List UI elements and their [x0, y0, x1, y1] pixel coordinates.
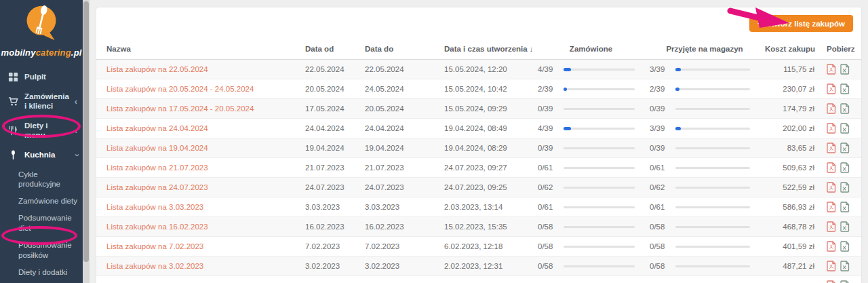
table-row: Lista zakupów na 17.05.2024 - 20.05.2024…	[96, 99, 861, 119]
sort-desc-icon: ↓	[530, 45, 534, 53]
ordered-progress: 4/39	[538, 124, 644, 132]
sidebar-item-cykle-produkcyjne[interactable]: Cykle produkcyjne	[0, 166, 83, 193]
shopping-list-link[interactable]: Lista zakupów na 20.05.2024 - 24.05.2024	[106, 85, 254, 93]
sidebar-item-pulpit[interactable]: Pulpit	[0, 67, 83, 87]
pdf-file-icon	[827, 64, 836, 75]
sidebar-item-zamowione-diety[interactable]: Zamówione diety	[0, 193, 83, 210]
shopping-list-link[interactable]: Lista zakupów na 17.05.2024 - 20.05.2024	[106, 105, 254, 113]
xls-file-icon	[840, 123, 850, 134]
pdf-file-icon	[827, 103, 836, 114]
progress-fill	[675, 127, 681, 130]
download-pdf-button[interactable]	[827, 162, 836, 173]
shopping-list-link[interactable]: Lista zakupów na 3.03.2023	[106, 203, 203, 211]
table-row: Lista zakupów na 22.05.2024 22.05.2024 2…	[96, 60, 861, 79]
xls-file-icon	[840, 162, 850, 173]
sidebar-item-diety-i-dodatki[interactable]: Diety i dodatki	[0, 264, 83, 281]
download-pdf-button[interactable]	[827, 221, 836, 232]
progress-track	[564, 167, 635, 169]
download-xls-button[interactable]	[840, 64, 850, 75]
column-header-przyjete[interactable]: Przyjęte na magazyn	[644, 39, 760, 60]
download-xls-button[interactable]	[840, 261, 850, 271]
ordered-fraction: 0/61	[538, 164, 558, 172]
date-from-cell: 16.02.2023	[300, 217, 359, 237]
created-cell: 15.02.2023, 15:35	[431, 217, 532, 237]
cost-cell: 174,79 zł	[760, 99, 824, 119]
sidebar-item-diety[interactable]: Diety i menu ‹	[0, 116, 83, 145]
received-fraction: 0/58	[650, 242, 670, 250]
download-pdf-button[interactable]	[827, 202, 836, 212]
shopping-list-link[interactable]: Lista zakupów na 21.07.2023	[106, 164, 208, 172]
sidebar-item-podsumowanie-posilkow[interactable]: Podsumowanie posiłków	[0, 237, 83, 264]
date-to-cell: 26.01.2023	[359, 276, 431, 283]
download-pdf-button[interactable]	[827, 123, 836, 134]
sidebar-scrollbar-thumb[interactable]	[83, 1, 89, 262]
brand-text: mobilnycatering.pl	[0, 48, 83, 58]
download-xls-button[interactable]	[840, 182, 850, 193]
received-progress: 0/58	[650, 223, 760, 231]
toolbar: + Utwórz listę zakupów	[96, 7, 861, 39]
shopping-list-link[interactable]: Lista zakupów na 19.04.2024	[106, 144, 208, 152]
logo[interactable]: mobilnycatering.pl	[0, 0, 83, 58]
download-pdf-button[interactable]	[827, 280, 836, 283]
ordered-progress: 0/61	[538, 164, 644, 172]
shopping-list-link[interactable]: Lista zakupów na 16.02.2023	[106, 223, 208, 231]
pdf-file-icon	[827, 143, 836, 153]
download-xls-button[interactable]	[840, 83, 850, 94]
xls-file-icon	[840, 261, 850, 271]
date-to-cell: 21.07.2023	[359, 158, 431, 178]
shopping-list-link[interactable]: Lista zakupów na 3.02.2023	[106, 262, 203, 270]
column-header-zamowione[interactable]: Zamówione	[532, 39, 644, 60]
download-xls-button[interactable]	[840, 280, 850, 283]
shopping-list-link[interactable]: Lista zakupów na 7.02.2023	[106, 242, 203, 250]
download-xls-button[interactable]	[840, 202, 850, 212]
create-shopping-list-button[interactable]: + Utwórz listę zakupów	[749, 15, 853, 32]
pdf-file-icon	[827, 162, 836, 173]
created-cell: 19.04.2024, 08:29	[431, 138, 532, 158]
cost-cell: 83,65 zł	[760, 138, 824, 158]
shopping-list-link[interactable]: Lista zakupów na 22.05.2024	[106, 65, 208, 73]
xls-file-icon	[840, 280, 850, 283]
sidebar-item-kuchnia[interactable]: Kuchnia ‹	[0, 145, 83, 165]
column-header-data-do[interactable]: Data do	[359, 39, 431, 60]
received-fraction: 0/39	[650, 105, 670, 113]
sidebar-item-podsumowanie-diet[interactable]: Podsumowanie diet	[0, 210, 83, 237]
download-xls-button[interactable]	[840, 221, 850, 232]
download-xls-button[interactable]	[840, 241, 850, 252]
cost-cell: 487,21 zł	[760, 257, 824, 276]
download-xls-button[interactable]	[840, 123, 850, 134]
download-xls-button[interactable]	[840, 103, 850, 114]
progress-fill	[564, 88, 567, 91]
shopping-list-link[interactable]: Lista zakupów na 24.04.2024	[106, 124, 208, 132]
date-to-cell: 22.05.2024	[359, 60, 431, 79]
download-pdf-button[interactable]	[827, 261, 836, 271]
shopping-list-link[interactable]: Lista zakupów na 24.07.2023	[106, 183, 208, 191]
download-pdf-button[interactable]	[827, 182, 836, 193]
grid-icon	[8, 72, 19, 82]
column-header-nazwa[interactable]: Nazwa	[96, 39, 300, 60]
received-progress: 3/39	[650, 124, 760, 132]
progress-track	[564, 108, 635, 110]
download-pdf-button[interactable]	[827, 241, 836, 252]
date-to-cell: 3.03.2023	[359, 197, 431, 217]
date-to-cell: 24.07.2023	[359, 178, 431, 197]
column-header-pobierz[interactable]: Pobierz	[824, 39, 861, 60]
progress-track	[564, 88, 635, 90]
sidebar-item-zamowienia[interactable]: Zamówienia i klienci ‹	[0, 87, 83, 116]
received-fraction: 0/58	[650, 223, 670, 231]
column-header-data-utworzenia[interactable]: Data i czas utworzenia↓	[431, 39, 532, 60]
date-from-cell: 7.02.2023	[300, 237, 359, 257]
column-header-koszt[interactable]: Koszt zakupu	[760, 39, 824, 60]
table-row: Lista zakupów na 21.07.2023 21.07.2023 2…	[96, 158, 861, 178]
cost-cell: 202,00 zł	[760, 119, 824, 138]
ordered-fraction: 2/39	[538, 85, 558, 93]
download-xls-button[interactable]	[840, 162, 850, 173]
download-xls-button[interactable]	[840, 143, 850, 153]
download-pdf-button[interactable]	[827, 143, 836, 153]
download-pdf-button[interactable]	[827, 83, 836, 94]
download-pdf-button[interactable]	[827, 103, 836, 114]
column-header-data-od[interactable]: Data od	[300, 39, 359, 60]
cost-cell: 522,59 zł	[760, 178, 824, 197]
brand-logo-icon	[22, 4, 60, 43]
download-pdf-button[interactable]	[827, 64, 836, 75]
sidebar-item-label: Pulpit	[24, 72, 77, 81]
